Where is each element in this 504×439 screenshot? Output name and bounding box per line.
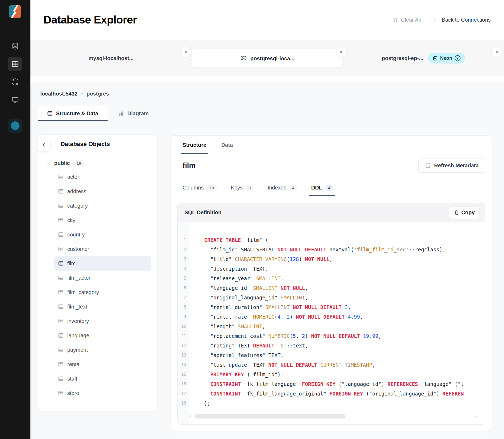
schema-count-badge: 16 <box>73 160 85 167</box>
code-line: "film_id" SMALLSERIAL NOT NULL DEFAULT n… <box>204 245 485 254</box>
tree-item-rental[interactable]: rental <box>54 357 151 371</box>
line-number: 6 <box>178 283 189 293</box>
line-number: 5 <box>178 274 189 283</box>
tab-indexes[interactable]: Indexes 4 <box>267 185 297 196</box>
tab-ddl[interactable]: DDL 4 <box>311 185 333 196</box>
collapse-panel-button[interactable] <box>37 139 50 151</box>
tree-item-inventory[interactable]: inventory <box>54 314 151 328</box>
refresh-icon <box>425 163 431 168</box>
clear-all-button[interactable]: Clear All <box>393 17 421 23</box>
tab-data[interactable]: Data <box>221 142 233 154</box>
structure-sub-tabs: Columns 13 Keys 3 Indexes 4 DDL 4 <box>171 177 492 196</box>
table-icon <box>58 260 64 266</box>
tab-structure[interactable]: Structure <box>183 142 206 154</box>
back-to-connections-button[interactable]: Back to Connections <box>433 17 491 23</box>
schema-node-public[interactable]: public 16 <box>46 160 158 167</box>
tree-item-address[interactable]: address <box>54 184 151 199</box>
scrollbar-track[interactable] <box>194 414 473 418</box>
tree-item-store[interactable]: store <box>54 386 151 400</box>
tree-item-customer[interactable]: customer <box>54 242 151 256</box>
code-line: "language_id" SMALLINT NOT NULL, <box>204 283 485 293</box>
table-icon <box>58 347 64 353</box>
table-label: customer <box>67 246 89 252</box>
line-number: 8 <box>178 302 189 312</box>
line-number: 2 <box>178 245 189 254</box>
tab-diagram[interactable]: Diagram <box>108 106 159 121</box>
table-icon <box>58 203 64 209</box>
bar-chart-icon <box>118 110 124 116</box>
refresh-metadata-button[interactable]: Refresh Metadata <box>418 159 485 173</box>
connection-tab-postgresql-local[interactable]: postgresql-loca... <box>192 49 343 68</box>
scroll-left-icon[interactable] <box>188 414 192 418</box>
table-icon <box>58 376 64 382</box>
nav-desktop-button[interactable] <box>8 93 22 107</box>
nav-tables-button[interactable] <box>8 57 22 71</box>
line-number: 9 <box>178 312 189 322</box>
neon-logo-icon <box>433 56 438 61</box>
tree-item-staff[interactable]: staff <box>54 371 151 386</box>
neon-badge[interactable]: Neon ? <box>428 53 465 64</box>
database-objects-panel: Database Objects public 16 actoraddressc… <box>38 134 158 411</box>
connection-tab-postgresql-neon[interactable]: postgresql-ep-... Neon ? <box>343 40 504 76</box>
breadcrumb-separator: • <box>81 91 83 97</box>
table-icon <box>58 361 64 367</box>
tree-item-film_text[interactable]: film_text <box>54 299 151 314</box>
code-line: "last_update" TEXT NOT NULL DEFAULT CURR… <box>204 360 485 370</box>
chevron-down-icon <box>46 161 51 166</box>
tree-item-film[interactable]: film <box>54 256 151 271</box>
tree-item-country[interactable]: country <box>54 227 151 242</box>
code-line: ); <box>204 398 485 408</box>
ddl-count-badge: 4 <box>325 185 333 191</box>
tab-columns[interactable]: Columns 13 <box>183 185 217 196</box>
tree-item-film_actor[interactable]: film_actor <box>54 271 151 285</box>
page-title: Database Explorer <box>44 14 137 26</box>
tree-item-film_category[interactable]: film_category <box>54 285 151 299</box>
table-label: film_text <box>67 304 87 310</box>
code-line: "release_year" SMALLINT, <box>204 274 485 283</box>
table-label: store <box>67 390 79 396</box>
table-icon <box>58 390 64 396</box>
help-icon[interactable]: ? <box>455 55 460 61</box>
page-header: Database Explorer Clear All Back to Conn… <box>30 0 504 40</box>
table-label: staff <box>67 376 77 382</box>
code-line: "replacement_cost" NUMERIC(5, 2) NOT NUL… <box>204 331 485 341</box>
nav-sync-button[interactable] <box>8 75 22 89</box>
sql-code-editor[interactable]: 123456789101112131415161718 CREATE TABLE… <box>178 222 485 425</box>
scroll-right-icon[interactable] <box>474 414 478 418</box>
rail-divider <box>9 114 21 114</box>
table-label: inventory <box>67 318 89 324</box>
scrollbar-thumb[interactable] <box>195 414 345 418</box>
tree-item-language[interactable]: language <box>54 328 151 343</box>
code-line: "length" SMALLINT, <box>204 322 485 331</box>
nav-connections-button[interactable] <box>8 39 22 53</box>
app-logo[interactable] <box>9 5 21 18</box>
table-icon <box>58 232 64 238</box>
tree-item-payment[interactable]: payment <box>54 343 151 357</box>
line-number: 14 <box>178 360 189 370</box>
tree-item-city[interactable]: city <box>54 213 151 227</box>
line-number: 3 <box>178 254 189 264</box>
connection-tab-mysql[interactable]: mysql-localhost... <box>30 40 192 76</box>
line-number: 18 <box>178 398 189 408</box>
keys-count-badge: 3 <box>246 185 254 191</box>
line-number: 12 <box>178 341 189 350</box>
tree-item-category[interactable]: category <box>54 199 151 213</box>
table-icon <box>58 318 64 324</box>
indexes-count-badge: 4 <box>289 185 297 191</box>
user-avatar[interactable] <box>8 118 22 133</box>
line-number: 7 <box>178 293 189 302</box>
line-number-gutter: 123456789101112131415161718 <box>178 222 189 425</box>
tree-item-actor[interactable]: actor <box>54 170 151 184</box>
close-tab-mysql-button[interactable] <box>180 47 191 57</box>
line-number: 11 <box>178 331 189 341</box>
code-line: "original_language_id" SMALLINT, <box>204 293 485 302</box>
clipboard-icon <box>454 210 459 215</box>
copy-sql-button[interactable]: Copy <box>449 206 480 219</box>
line-number: 17 <box>178 389 189 398</box>
close-tab-postgresql-neon-button[interactable] <box>491 47 502 57</box>
table-label: rental <box>67 361 81 367</box>
tab-structure-and-data[interactable]: Structure & Data <box>38 106 108 121</box>
close-tab-postgresql-local-button[interactable] <box>336 47 346 57</box>
tab-keys[interactable]: Keys 3 <box>231 185 254 196</box>
line-number: 1 <box>178 235 189 245</box>
